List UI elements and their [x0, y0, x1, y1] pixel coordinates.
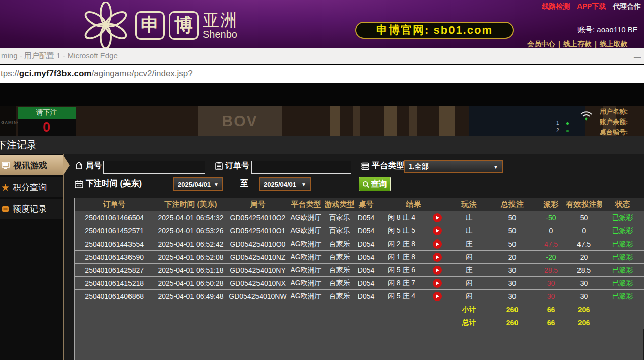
sidebar-item-label: 积分查询 — [13, 182, 47, 193]
cell-round: GD054254010O1 — [228, 224, 288, 237]
cell-platform: AG欧洲厅 — [288, 211, 325, 224]
cell-status: 已派彩 — [602, 211, 644, 224]
cell-order: 250401061466504 — [75, 211, 154, 224]
play-icon — [436, 255, 439, 259]
tag-icon — [75, 162, 83, 170]
play-icon — [436, 281, 439, 285]
cell-payout: 47.5 — [536, 237, 566, 251]
cell-play-type: 闲 — [449, 277, 489, 290]
cell-video — [425, 211, 449, 224]
cell-round: GD054254010NY — [228, 264, 288, 277]
link-line-check[interactable]: 线路检测 — [542, 2, 570, 11]
cell-status: 已派彩 — [602, 277, 644, 290]
cell-play-type: 庄 — [449, 211, 489, 224]
logo-char-1: 申 — [135, 11, 165, 40]
cell-game: 百家乐 — [325, 224, 355, 237]
coins-icon — [2, 205, 9, 213]
col-valid-bet: 有效投注额 — [566, 198, 602, 211]
logo-char-2: 博 — [169, 11, 199, 40]
subtotal-payout: 66 — [536, 303, 566, 316]
logo-region-en: Shenbo — [203, 29, 238, 39]
play-video-button[interactable] — [433, 213, 442, 222]
link-member-center[interactable]: 会员中心 — [527, 40, 555, 48]
cell-time: 2025-04-01 06:52:42 — [154, 237, 228, 251]
cell-valid-bet: 20 — [566, 251, 602, 264]
table-row: 2504010614665042025-04-01 06:54:32GD0542… — [75, 211, 644, 224]
round-number-input[interactable] — [103, 161, 205, 174]
page-title: 下注记录 — [0, 138, 37, 152]
cell-result: 闲 8 庄 7 — [378, 277, 425, 290]
table-id-label: 桌台编号: — [600, 127, 644, 136]
platform-type-select[interactable]: 1.全部 ▼ — [404, 160, 503, 173]
account-value: aoao110 BE — [597, 25, 637, 34]
cell-total-bet: 50 — [489, 211, 536, 224]
cell-payout: 28.5 — [536, 264, 566, 277]
play-video-button[interactable] — [433, 266, 442, 275]
site-header: 申 博 亚洲 Shenbo 线路检测 APP下载 代理合作 申博官网: sb01… — [0, 0, 644, 48]
date-to-select[interactable]: 2025/04/01 ▼ — [259, 177, 311, 191]
cell-total-bet: 20 — [489, 251, 536, 264]
cell-valid-bet: 50 — [566, 211, 602, 224]
cell-status: 已派彩 — [602, 264, 644, 277]
cell-video — [425, 290, 449, 303]
col-result: 结果 — [378, 198, 449, 211]
cell-order: 250401061406868 — [75, 290, 154, 303]
cell-status: 已派彩 — [602, 290, 644, 303]
url-bar[interactable]: tps://gci.myf7f3bx.com/agingame/pcv2/ind… — [0, 65, 644, 83]
calendar-icon — [75, 180, 83, 188]
link-agent[interactable]: 代理合作 — [613, 2, 641, 11]
col-table-no: 桌号 — [355, 198, 378, 211]
sidebar-item-credit-records[interactable]: 额度记录 — [0, 199, 63, 219]
sidebar-item-points-query[interactable]: 积分查询 — [0, 177, 63, 197]
play-video-button[interactable] — [433, 253, 442, 262]
date-from-select[interactable]: 2025/04/01 ▼ — [173, 177, 223, 191]
sidebar-item-label: 额度记录 — [13, 203, 47, 215]
link-app-download[interactable]: APP下载 — [577, 2, 606, 11]
subtotal-label: 小计 — [449, 303, 489, 316]
col-time: 下注时间 (美东) — [154, 198, 228, 211]
col-status: 状态 — [602, 198, 644, 211]
subtotal-valid-bet: 206 — [566, 303, 602, 316]
window-title: ming - 用户配置 1 - Microsoft Edge — [1, 51, 118, 61]
table-row: 2504010614435542025-04-01 06:52:42GD0542… — [75, 237, 644, 251]
date-to-label: 至 — [240, 178, 248, 189]
table-row: 2504010614525712025-04-01 06:53:26GD0542… — [75, 224, 644, 237]
chevron-down-icon: ▼ — [301, 182, 306, 187]
col-game: 游戏类型 — [325, 198, 355, 211]
cell-game: 百家乐 — [325, 251, 355, 264]
table-header-row: 订单号 下注时间 (美东) 局号 平台类型 游戏类型 桌号 结果 玩法 总投注 … — [75, 198, 644, 211]
play-video-button[interactable] — [433, 292, 442, 301]
play-icon — [436, 268, 439, 272]
cell-video — [425, 237, 449, 251]
col-platform: 平台类型 — [288, 198, 325, 211]
order-number-input[interactable] — [251, 161, 351, 174]
play-video-button[interactable] — [433, 279, 442, 288]
cell-platform: AG欧洲厅 — [288, 224, 325, 237]
cell-status: 已派彩 — [602, 237, 644, 251]
cell-result: 闲 5 庄 5 — [378, 224, 425, 237]
table-row: 2504010614258272025-04-01 06:51:18GD0542… — [75, 264, 644, 277]
search-button[interactable]: 查询 — [359, 177, 391, 191]
cell-valid-bet: 30 — [566, 290, 602, 303]
cell-play-type: 闲 — [449, 290, 489, 303]
play-video-button[interactable] — [433, 239, 442, 249]
sidebar-item-video-games[interactable]: 视讯游戏 — [0, 155, 63, 175]
cell-play-type: 庄 — [449, 264, 489, 277]
official-site-badge: 申博官网: sb01.com — [355, 22, 514, 39]
cell-play-type: 庄 — [449, 237, 489, 251]
link-withdraw[interactable]: 线上取款 — [600, 40, 628, 48]
minimize-button[interactable]: — — [634, 53, 641, 61]
cell-time: 2025-04-01 06:52:08 — [154, 251, 228, 264]
cell-table-no: D054 — [355, 224, 378, 237]
cell-play-type: 庄 — [449, 224, 489, 237]
play-video-button[interactable] — [433, 226, 442, 235]
link-deposit[interactable]: 线上存款 — [563, 40, 592, 48]
bet-records-table: 订单号 下注时间 (美东) 局号 平台类型 游戏类型 桌号 结果 玩法 总投注 … — [74, 198, 644, 329]
bet-prompt: 请下注 — [18, 107, 76, 119]
cell-payout: -50 — [536, 211, 566, 224]
cell-video — [425, 264, 449, 277]
cell-order: 250401061425827 — [75, 264, 154, 277]
bov-sign: BOV — [198, 106, 282, 136]
content-area: 视讯游戏 积分查询 额度记录 — [0, 154, 644, 360]
cell-time: 2025-04-01 06:53:26 — [154, 224, 228, 237]
